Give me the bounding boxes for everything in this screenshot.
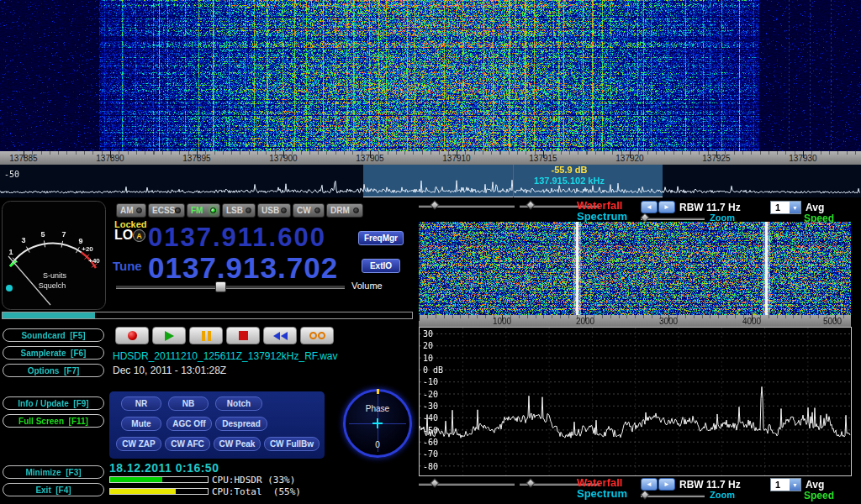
nb-button[interactable]: NB: [168, 396, 209, 411]
nr-button[interactable]: NR: [121, 396, 161, 411]
shift-right-button[interactable]: ►: [658, 201, 675, 213]
freq-tick-label: 137920: [605, 154, 655, 163]
info-update-button[interactable]: Info / Update [F9]: [3, 396, 104, 410]
shift-right-button[interactable]: ►: [658, 478, 675, 491]
fullscreen-button[interactable]: Full Screen [F11]: [3, 414, 104, 428]
smeter-s1: 1: [8, 248, 13, 256]
stop-button[interactable]: [226, 327, 260, 344]
extio-button[interactable]: ExtIO: [362, 259, 400, 273]
waterfall-brightness-slider[interactable]: [419, 479, 515, 489]
freqmgr-button[interactable]: FreqMgr: [358, 231, 404, 245]
cursor-freq-value: 137.915.102 kHz: [515, 176, 624, 186]
play-icon: [165, 331, 174, 341]
cw-fullbw-button[interactable]: CW FullBw: [264, 437, 320, 451]
zoom-tick-label: 1000: [481, 317, 523, 326]
squelch-caption: Squelch: [39, 281, 66, 290]
shift-left-button[interactable]: ◄: [641, 478, 658, 491]
freq-tick-label: 137930: [778, 154, 828, 163]
mode-led-icon: [136, 207, 142, 213]
zoom-waterfall-display[interactable]: [419, 222, 851, 315]
db-tick-label: -70: [423, 449, 438, 459]
exit-button[interactable]: Exit [F4]: [3, 483, 104, 496]
pause-button[interactable]: [189, 327, 223, 344]
options-button[interactable]: Options [F7]: [3, 364, 104, 377]
rewind-button[interactable]: [263, 327, 297, 344]
record-button[interactable]: [115, 327, 149, 344]
frequency-scale[interactable]: 137885 137890 137895 137900 137905 13791…: [0, 151, 861, 165]
cw-zap-button[interactable]: CW ZAP: [116, 437, 161, 451]
slider-thumb[interactable]: [430, 200, 439, 209]
agc-button[interactable]: AGC Off: [166, 417, 212, 431]
cursor-db-value: -55.9 dB: [515, 165, 624, 176]
record-icon: [128, 331, 137, 340]
slider-thumb[interactable]: [640, 213, 649, 222]
shift-left-button[interactable]: ◄: [641, 201, 658, 213]
phase-center-icon: [377, 418, 378, 428]
freq-tick-label: 137895: [172, 154, 222, 163]
freq-tick-label: 137910: [431, 154, 482, 163]
mute-button[interactable]: Mute: [121, 417, 161, 431]
despread-button[interactable]: Despread: [215, 417, 267, 431]
lo-frequency-display[interactable]: 0137.911.600: [148, 223, 326, 253]
speed-select[interactable]: 1 ▼: [770, 201, 801, 214]
slider-thumb[interactable]: [526, 478, 535, 487]
loop-icon: [309, 332, 325, 339]
mode-button-cw[interactable]: CW: [293, 203, 325, 218]
mode-label: FM: [191, 206, 203, 215]
chevron-down-icon: ▼: [790, 202, 800, 213]
zoom-tick-label: 5000: [811, 317, 853, 326]
mode-button-ecss[interactable]: ECSS: [148, 203, 185, 218]
minimize-button[interactable]: Minimize [F3]: [3, 465, 104, 479]
freq-tick-label: 137885: [0, 154, 49, 163]
slider-thumb[interactable]: [640, 490, 649, 499]
cw-afc-button[interactable]: CW AFC: [165, 437, 210, 451]
zoom-tick-label: 3000: [647, 317, 689, 326]
waterfall-brightness-slider[interactable]: [419, 201, 515, 211]
rewind-icon: [272, 332, 288, 340]
lo-lock-button[interactable]: A: [133, 229, 145, 242]
audio-spectrum-display[interactable]: [419, 327, 852, 476]
mode-button-drm[interactable]: DRM: [326, 203, 363, 218]
tune-label: Tune: [113, 259, 142, 273]
phase-label: Phase: [346, 404, 409, 413]
squelch-knob-icon[interactable]: [6, 285, 13, 291]
volume-slider[interactable]: [116, 281, 345, 293]
signal-level-bar[interactable]: [2, 312, 413, 319]
s-meter[interactable]: 1 3 5 7 9 +20 +40 S-units Squelch: [2, 201, 106, 310]
slider-thumb[interactable]: [215, 281, 226, 292]
hdsdr-app: 137885 137890 137895 137900 137905 13791…: [0, 0, 861, 504]
mode-button-usb[interactable]: USB: [257, 203, 291, 218]
zoom-tick-label: 2000: [564, 317, 606, 326]
cw-peak-button[interactable]: CW Peak: [214, 437, 261, 451]
samplerate-button[interactable]: Samplerate [F6]: [3, 346, 104, 360]
slider-track: [641, 495, 705, 497]
cpu-total-meter: [109, 488, 209, 495]
speed-select[interactable]: 1 ▼: [770, 478, 801, 491]
cpu-total-label: CPU:Total (55%): [212, 486, 301, 497]
main-waterfall-display[interactable]: [0, 0, 861, 151]
cursor-readout: -55.9 dB 137.915.102 kHz: [515, 165, 624, 186]
volume-label: Volume: [351, 281, 383, 291]
date-time-display: 18.12.2011 0:16:50: [109, 461, 219, 475]
loop-button[interactable]: [300, 327, 334, 344]
mode-button-lsb[interactable]: LSB: [222, 203, 256, 218]
spectrum-toggle[interactable]: Spectrum: [577, 210, 627, 223]
overview-spectrum-display[interactable]: [0, 165, 861, 197]
slider-track: [116, 286, 345, 289]
cpu-total-fill: [110, 489, 176, 494]
mode-button-fm[interactable]: FM: [187, 203, 220, 218]
phase-value: 0: [346, 440, 409, 449]
mode-led-icon: [210, 207, 216, 213]
soundcard-button[interactable]: Soundcard [F5]: [3, 328, 104, 342]
mode-button-am[interactable]: AM: [116, 203, 146, 218]
phase-top-marker: [377, 389, 379, 394]
spectrum-toggle[interactable]: Spectrum: [577, 487, 627, 500]
signal-level-fill: [3, 312, 95, 318]
zoom-slider[interactable]: [641, 491, 705, 501]
notch-button[interactable]: Notch: [215, 396, 262, 411]
play-button[interactable]: [152, 327, 186, 344]
chevron-down-icon: ▼: [790, 479, 800, 491]
tune-frequency-display[interactable]: 0137.913.702: [148, 251, 338, 285]
slider-thumb[interactable]: [430, 478, 439, 487]
slider-thumb[interactable]: [526, 200, 535, 209]
